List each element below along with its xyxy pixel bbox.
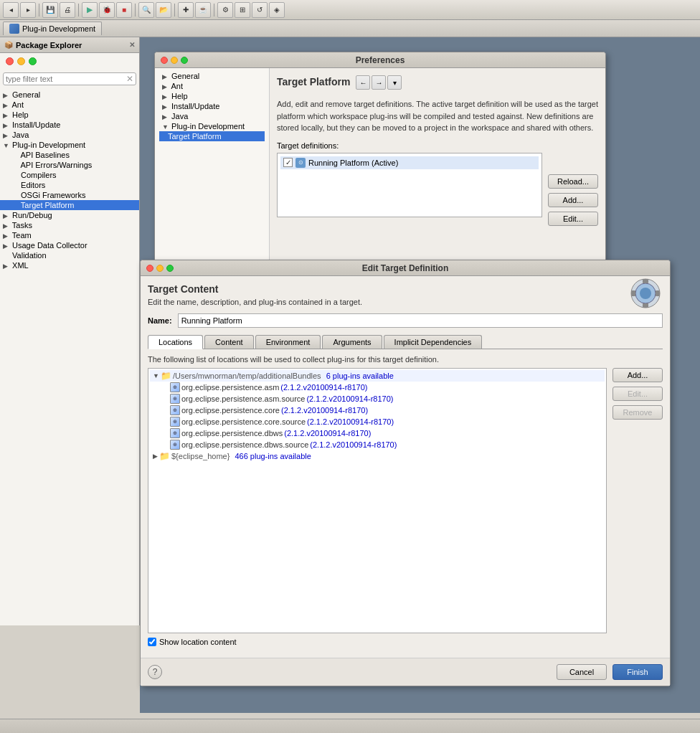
edit-minimize-btn[interactable] — [156, 265, 164, 272]
toolbar-extra2[interactable]: ⊞ — [235, 2, 250, 18]
pref-tree-target[interactable]: Target Platform — [159, 131, 265, 141]
toolbar-search-btn[interactable]: 🔍 — [138, 2, 154, 18]
toolbar-extra3[interactable]: ↺ — [252, 2, 268, 18]
tab-content[interactable]: Content — [204, 335, 254, 349]
search-clear-icon[interactable]: ✕ — [126, 74, 133, 84]
toolbar-stop-btn[interactable]: ■ — [116, 2, 132, 18]
tree-item-help[interactable]: Help — [0, 110, 139, 120]
tree-item-ant[interactable]: Ant — [0, 100, 139, 110]
search-input[interactable] — [6, 75, 126, 83]
tree-item-editors[interactable]: Editors — [0, 180, 139, 190]
plugin-dbws[interactable]: ⊕ org.eclipse.persistence.dbws (2.1.2.v2… — [150, 427, 605, 439]
minimize-button[interactable] — [17, 57, 25, 65]
tree-item-run-debug[interactable]: Run/Debug — [0, 210, 139, 220]
edit-close-btn[interactable] — [146, 265, 153, 272]
pref-tb-forward[interactable]: → — [372, 75, 386, 90]
cancel-button[interactable]: Cancel — [557, 664, 607, 680]
pref-tree-ant[interactable]: Ant — [159, 81, 265, 91]
pref-tree-plugin[interactable]: Plug-in Development — [159, 121, 265, 131]
tree-item-api-errors[interactable]: API Errors/Warnings — [0, 160, 139, 170]
toolbar-java-btn[interactable]: ☕ — [195, 2, 211, 18]
tree-item-install[interactable]: Install/Update — [0, 120, 139, 130]
pref-tree-general[interactable]: General — [159, 71, 265, 81]
pref-close-btn[interactable] — [161, 57, 168, 64]
pref-label-target: Target Platform — [168, 132, 222, 141]
plugin-version-dbws-source: (2.1.2.v20100914-r8170) — [310, 440, 397, 449]
tree-item-usage-data[interactable]: Usage Data Collector — [0, 240, 139, 250]
pref-minimize-btn[interactable] — [171, 57, 178, 64]
tree-item-plugin-dev[interactable]: Plug-in Development — [0, 140, 139, 150]
plugin-dbws-source[interactable]: ⊕ org.eclipse.persistence.dbws.source (2… — [150, 439, 605, 450]
pref-tb-dropdown[interactable]: ▾ — [387, 75, 402, 90]
reload-button[interactable]: Reload... — [548, 174, 598, 189]
folder-icon-1: 📁 — [161, 371, 171, 381]
pref-tree-install[interactable]: Install/Update — [159, 101, 265, 111]
toolbar-run-btn[interactable]: ▶ — [82, 2, 98, 18]
tab-implicit-deps[interactable]: Implicit Dependencies — [384, 335, 483, 349]
tree-item-tasks[interactable]: Tasks — [0, 220, 139, 230]
pref-tree-help[interactable]: Help — [159, 91, 265, 101]
tab-locations[interactable]: Locations — [148, 335, 203, 349]
plugin-asm[interactable]: ⊕ org.eclipse.persistence.asm (2.1.2.v20… — [150, 382, 605, 393]
top-toolbar: ◂ ▸ 💾 🖨 ▶ 🐞 ■ 🔍 📂 ✚ ☕ ⚙ ⊞ ↺ ◈ — [0, 0, 700, 20]
pref-arrow-help — [162, 93, 169, 100]
target-checkbox[interactable]: ✓ — [283, 158, 293, 167]
close-button[interactable] — [6, 57, 14, 65]
name-input[interactable] — [178, 313, 663, 328]
plugin-dev-tab[interactable]: Plug-in Development — [3, 22, 102, 35]
tab-arguments[interactable]: Arguments — [322, 335, 382, 349]
help-icon[interactable]: ? — [148, 665, 162, 679]
plugin-core-source[interactable]: ⊕ org.eclipse.persistence.core.source (2… — [150, 416, 605, 427]
pref-tb-back[interactable]: ← — [356, 75, 370, 90]
tree-item-general[interactable]: General — [0, 90, 139, 100]
tree-item-osgi[interactable]: OSGi Frameworks — [0, 190, 139, 200]
locations-list[interactable]: ▼ 📁 /Users/mwnorman/temp/additionalBundl… — [148, 368, 607, 633]
loc-add-button[interactable]: Add... — [612, 368, 663, 382]
edit-maximize-btn[interactable] — [166, 265, 174, 272]
plugin-version-core: (2.1.2.v20100914-r8170) — [281, 406, 368, 415]
toolbar-extra4[interactable]: ◈ — [269, 2, 285, 18]
toolbar-extra1[interactable]: ⚙ — [217, 2, 233, 18]
tree-item-target-platform[interactable]: Target Platform — [0, 200, 139, 210]
target-definition-item[interactable]: ✓ ⊙ Running Platform (Active) — [280, 156, 539, 169]
filter-search-box[interactable]: ✕ — [3, 72, 136, 85]
plugin-name-core: org.eclipse.persistence.core — [181, 406, 280, 415]
loc-edit-button[interactable]: Edit... — [612, 387, 663, 401]
loc-remove-button[interactable]: Remove — [612, 405, 663, 420]
target-definitions-list[interactable]: ✓ ⊙ Running Platform (Active) — [277, 153, 542, 217]
toolbar-back-btn[interactable]: ◂ — [3, 2, 19, 18]
tree-item-compilers[interactable]: Compilers — [0, 170, 139, 180]
add-target-button[interactable]: Add... — [548, 193, 598, 207]
toolbar-debug-btn[interactable]: 🐞 — [99, 2, 115, 18]
tab-environment[interactable]: Environment — [255, 335, 321, 349]
toolbar-forward-btn[interactable]: ▸ — [20, 2, 36, 18]
location-item-1-header[interactable]: ▼ 📁 /Users/mwnorman/temp/additionalBundl… — [150, 370, 605, 382]
toolbar-save-btn[interactable]: 💾 — [42, 2, 58, 18]
tree-item-validation[interactable]: Validation — [0, 250, 139, 260]
pref-maximize-btn[interactable] — [181, 57, 188, 64]
finish-button[interactable]: Finish — [612, 664, 663, 680]
maximize-button[interactable] — [29, 57, 37, 65]
location-item-2-header[interactable]: ▶ 📁 ${eclipse_home} 466 plug-ins availab… — [150, 450, 605, 462]
show-location-content-row: Show location content — [148, 633, 663, 651]
show-location-checkbox[interactable] — [148, 638, 156, 646]
loc-path-2: ${eclipse_home} — [171, 452, 230, 460]
locations-area: ▼ 📁 /Users/mwnorman/temp/additionalBundl… — [148, 368, 663, 633]
plugin-asm-source[interactable]: ⊕ org.eclipse.persistence.asm.source (2.… — [150, 393, 605, 405]
pref-tree-java[interactable]: Java — [159, 111, 265, 121]
toolbar-print-btn[interactable]: 🖨 — [60, 2, 75, 18]
tree-item-java[interactable]: Java — [0, 130, 139, 140]
tree-item-xml[interactable]: XML — [0, 260, 139, 270]
plugin-name-dbws-source: org.eclipse.persistence.dbws.source — [181, 440, 308, 449]
plugin-core[interactable]: ⊕ org.eclipse.persistence.core (2.1.2.v2… — [150, 405, 605, 416]
tree-item-team[interactable]: Team — [0, 230, 139, 240]
package-explorer-close[interactable]: ✕ — [129, 41, 135, 49]
toolbar-new-btn[interactable]: ✚ — [178, 2, 194, 18]
toolbar-open-btn[interactable]: 📂 — [156, 2, 171, 18]
package-tree-nav: General Ant Help Install/Update Java — [0, 88, 139, 625]
edit-target-button[interactable]: Edit... — [548, 212, 598, 226]
svg-rect-3 — [643, 279, 648, 283]
tree-item-api-baselines[interactable]: API Baselines — [0, 150, 139, 160]
tree-label-team: Team — [12, 231, 32, 240]
plugin-version-asm-source: (2.1.2.v20100914-r8170) — [306, 394, 393, 403]
